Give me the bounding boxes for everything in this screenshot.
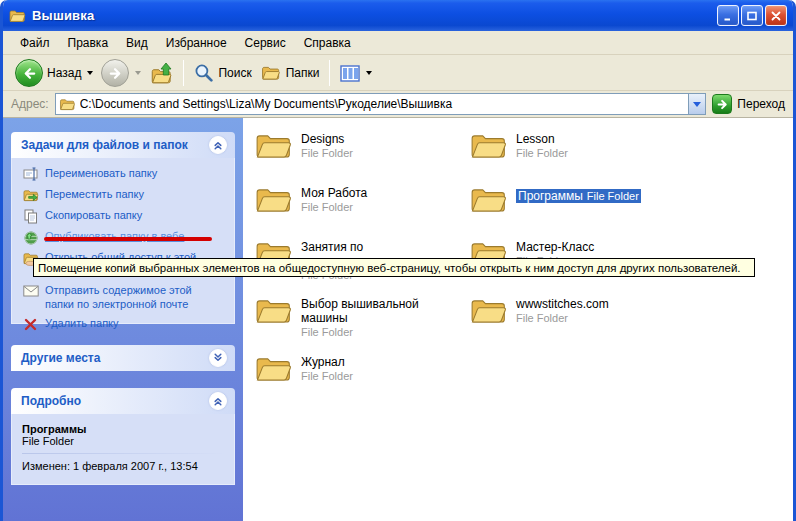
chevron-down-icon	[212, 352, 224, 364]
folder-name: Журнал	[301, 355, 353, 369]
forward-icon	[101, 59, 129, 87]
search-icon	[194, 63, 214, 83]
window-title: Вышивка	[32, 8, 717, 23]
folder-name: Lesson	[516, 132, 568, 146]
folders-icon	[260, 64, 282, 82]
delete-icon	[22, 316, 39, 332]
folder-tile-wwwstitches[interactable]: wwwstitches.comFile Folder	[470, 295, 682, 325]
address-path: C:\Documents and Settings\Liza\My Docume…	[80, 97, 689, 111]
folder-icon-selected	[470, 184, 506, 214]
toolbar-separator	[329, 60, 330, 86]
views-button[interactable]	[336, 63, 376, 84]
go-arrow-icon	[712, 94, 732, 114]
folder-tile-designs[interactable]: DesignsFile Folder	[255, 130, 467, 160]
task-label: Удалить папку	[45, 316, 119, 330]
tasks-panel-title: Задачи для файлов и папок	[21, 138, 188, 152]
menu-bar: Файл Правка Вид Избранное Сервис Справка	[3, 31, 793, 55]
task-delete-folder[interactable]: Удалить папку	[22, 316, 228, 332]
up-button[interactable]	[145, 60, 177, 86]
folder-name: wwwstitches.com	[516, 297, 609, 311]
move-folder-icon	[22, 187, 39, 203]
folder-icon	[255, 353, 291, 383]
folder-icon	[470, 130, 506, 160]
address-input[interactable]: C:\Documents and Settings\Liza\My Docume…	[55, 93, 707, 115]
folder-icon	[470, 295, 506, 325]
chevron-up-icon	[212, 395, 224, 407]
tooltip-text: Помещение копий выбранных элементов на о…	[38, 262, 741, 274]
folder-tile-moya-rabota[interactable]: Моя РаботаFile Folder	[255, 184, 467, 214]
folder-tile-lesson[interactable]: LessonFile Folder	[470, 130, 682, 160]
folder-type: File Folder	[301, 200, 367, 214]
details-panel-header[interactable]: Подробно	[11, 388, 235, 414]
folder-tile-vybor-mashiny[interactable]: Выбор вышивальной машиныFile Folder	[255, 295, 467, 339]
close-icon	[770, 10, 782, 22]
back-button[interactable]: Назад	[11, 57, 97, 89]
title-bar[interactable]: Вышивка	[3, 0, 793, 31]
menu-tools[interactable]: Сервис	[236, 33, 295, 53]
folder-icon	[255, 295, 291, 325]
publish-tooltip: Помещение копий выбранных элементов на о…	[33, 258, 755, 277]
expand-button[interactable]	[209, 349, 227, 367]
search-button[interactable]: Поиск	[190, 61, 255, 85]
explorer-window-screen: Вышивка Файл Правка Вид Избранное Сервис…	[0, 0, 796, 521]
task-email-folder-contents[interactable]: Отправить содержимое этой папки по элект…	[22, 283, 228, 311]
folder-name: Моя Работа	[301, 186, 367, 200]
tasks-panel-header[interactable]: Задачи для файлов и папок	[11, 132, 235, 158]
minimize-button[interactable]	[717, 5, 739, 26]
maximize-icon	[746, 10, 758, 22]
task-move-folder[interactable]: Переместить папку	[22, 187, 228, 203]
menu-favorites[interactable]: Избранное	[157, 33, 236, 53]
task-rename-folder[interactable]: Переименовать папку	[22, 166, 228, 182]
tasks-panel-body: Переименовать папку Переместить папку	[11, 158, 235, 324]
close-button[interactable]	[765, 5, 787, 26]
forward-button[interactable]	[97, 57, 145, 89]
task-copy-folder[interactable]: Скопировать папку	[22, 208, 228, 224]
menu-help[interactable]: Справка	[295, 33, 360, 53]
task-label: Переместить папку	[45, 187, 144, 201]
toolbar: Назад Поиск	[3, 56, 793, 91]
menu-view[interactable]: Вид	[117, 33, 157, 53]
address-label: Адрес:	[11, 97, 49, 111]
task-label: Отправить содержимое этой папки по элект…	[45, 283, 223, 311]
file-list-area[interactable]: DesignsFile Folder LessonFile Folder Моя…	[243, 118, 793, 521]
forward-dropdown-caret[interactable]	[135, 71, 141, 75]
menu-edit[interactable]: Правка	[59, 33, 118, 53]
other-places-panel: Другие места	[11, 345, 235, 371]
toolbar-separator	[183, 60, 184, 86]
task-label: Переименовать папку	[45, 166, 157, 180]
folder-type: File Folder	[585, 189, 641, 203]
folders-button[interactable]: Папки	[256, 62, 324, 84]
file-folder-tasks-panel: Задачи для файлов и папок Переименовать …	[11, 132, 235, 324]
details-panel: Подробно Программы File Folder Изменен: …	[11, 388, 235, 485]
chevron-up-icon	[212, 139, 224, 151]
go-button[interactable]: Переход	[712, 94, 789, 114]
folder-tile-zhurnal[interactable]: ЖурналFile Folder	[255, 353, 467, 383]
folder-name: Designs	[301, 132, 353, 146]
folder-type: File Folder	[516, 146, 568, 160]
red-underline-annotation	[44, 237, 212, 241]
collapse-button[interactable]	[209, 136, 227, 154]
search-label: Поиск	[218, 66, 251, 80]
details-item-modified: Изменен: 1 февраля 2007 г., 13:54	[22, 460, 226, 472]
details-panel-body: Программы File Folder Изменен: 1 февраля…	[11, 414, 235, 485]
collapse-button[interactable]	[209, 392, 227, 410]
views-icon	[340, 65, 360, 82]
back-dropdown-caret[interactable]	[87, 71, 93, 75]
folder-tile-programmy-selected[interactable]: ПрограммыFile Folder	[470, 184, 682, 214]
copy-folder-icon	[22, 208, 39, 224]
views-dropdown-caret[interactable]	[366, 71, 372, 75]
back-label: Назад	[47, 66, 81, 80]
folder-type: File Folder	[301, 325, 467, 339]
maximize-button[interactable]	[741, 5, 763, 26]
details-panel-title: Подробно	[21, 394, 81, 408]
back-icon	[15, 59, 43, 87]
address-folder-icon	[59, 97, 76, 112]
email-icon	[22, 283, 39, 299]
go-label: Переход	[737, 97, 785, 111]
other-places-header[interactable]: Другие места	[11, 345, 235, 371]
address-dropdown-button[interactable]	[688, 94, 705, 114]
content-area: Задачи для файлов и папок Переименовать …	[3, 118, 793, 521]
menu-file[interactable]: Файл	[11, 33, 59, 53]
folder-icon	[255, 130, 291, 160]
folder-icon	[255, 184, 291, 214]
